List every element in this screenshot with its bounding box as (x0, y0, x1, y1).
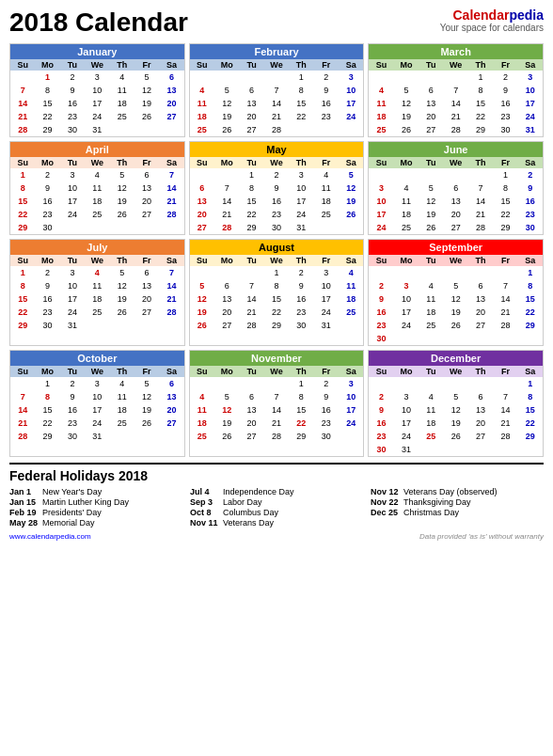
day-cell: 6 (134, 266, 159, 279)
day-cell: 30 (60, 430, 85, 443)
day-cell: 12 (339, 181, 363, 195)
day-cell: 28 (493, 430, 517, 443)
day-cell: 24 (394, 430, 419, 443)
logo-brand: Calendarpedia (453, 8, 545, 23)
day-cell: 8 (289, 84, 313, 97)
day-cell: 22 (10, 306, 35, 319)
days-grid-feb: 1234567891011121314151617181920212223242… (190, 71, 364, 136)
day-cell: 11 (85, 181, 109, 195)
day-header-su: Su (190, 366, 214, 377)
day-cell: 14 (264, 97, 289, 110)
day-cell: 8 (264, 279, 289, 292)
day-header-we: We (443, 255, 467, 266)
day-header-mo: Mo (394, 255, 419, 266)
day-cell: 11 (190, 97, 214, 110)
day-cell: 26 (190, 319, 214, 332)
day-cell: 20 (214, 306, 239, 319)
day-cell: 28 (468, 221, 493, 234)
day-cell: 23 (314, 110, 339, 123)
day-cell: 29 (518, 319, 543, 332)
day-header-sa: Sa (339, 59, 363, 71)
day-header-th: Th (468, 157, 493, 168)
day-cell: 1 (289, 377, 313, 390)
day-header-su: Su (10, 59, 35, 71)
day-cell: 26 (339, 208, 363, 221)
day-cell: 4 (190, 390, 214, 403)
day-cell: 9 (289, 279, 313, 292)
day-header-th: Th (289, 255, 313, 266)
day-cell: 16 (314, 403, 339, 417)
day-cell: 6 (190, 181, 214, 195)
day-cell: 4 (85, 168, 109, 181)
day-cell: 31 (518, 123, 543, 136)
day-cell: 9 (60, 84, 85, 97)
day-header-su: Su (190, 255, 214, 266)
day-cell: 24 (518, 110, 543, 123)
holidays-col-3: Nov 12Veterans Day (observed)Nov 22Thank… (371, 487, 544, 528)
day-headers-jan: SuMoTuWeThFrSa (10, 59, 184, 71)
day-cell: 11 (369, 97, 393, 110)
day-header-mo: Mo (214, 59, 239, 71)
day-cell: 1 (35, 71, 59, 84)
holiday-item: Oct 8Columbus Day (190, 508, 363, 517)
day-cell: 29 (10, 319, 35, 332)
day-cell: 20 (159, 403, 183, 417)
month-header-may: May (190, 142, 364, 157)
day-cell: 6 (419, 84, 443, 97)
empty-cell (190, 266, 214, 279)
day-header-fr: Fr (134, 59, 159, 71)
day-header-sa: Sa (339, 366, 363, 377)
day-cell: 11 (190, 403, 214, 417)
day-cell: 26 (134, 417, 159, 430)
day-cell: 22 (493, 208, 517, 221)
day-cell: 28 (159, 306, 183, 319)
day-cell: 7 (10, 84, 35, 97)
days-grid-apr: 1234567891011121314151617181920212223242… (10, 168, 184, 234)
day-cell: 24 (394, 319, 419, 332)
day-cell: 17 (60, 195, 85, 208)
day-cell: 13 (468, 292, 493, 306)
day-cell: 16 (369, 417, 393, 430)
month-feb: FebruarySuMoTuWeThFrSa123456789101112131… (189, 43, 365, 137)
day-cell: 26 (110, 306, 134, 319)
day-cell: 23 (60, 110, 85, 123)
day-header-su: Su (10, 255, 35, 266)
day-cell: 27 (443, 221, 467, 234)
day-cell: 19 (110, 292, 134, 306)
empty-cell (214, 266, 239, 279)
day-cell: 15 (35, 97, 59, 110)
day-cell: 4 (110, 377, 134, 390)
days-grid-dec: 1234567891011121314151617181920212223242… (369, 377, 543, 456)
day-cell: 7 (264, 390, 289, 403)
day-header-th: Th (289, 157, 313, 168)
footer-url[interactable]: www.calendarpedia.com (9, 532, 91, 541)
day-cell: 13 (239, 97, 263, 110)
day-cell: 20 (134, 292, 159, 306)
day-cell: 20 (443, 208, 467, 221)
day-cell: 27 (239, 123, 263, 136)
holiday-date: Feb 19 (9, 508, 40, 517)
day-header-tu: Tu (419, 157, 443, 168)
day-cell: 16 (369, 306, 393, 319)
day-cell: 27 (159, 110, 183, 123)
day-cell: 15 (518, 292, 543, 306)
day-header-we: We (85, 157, 109, 168)
day-header-fr: Fr (314, 157, 339, 168)
day-header-we: We (85, 366, 109, 377)
day-cell: 27 (468, 319, 493, 332)
day-cell: 10 (314, 279, 339, 292)
day-cell: 11 (110, 84, 134, 97)
day-cell: 3 (339, 71, 363, 84)
day-cell: 30 (493, 123, 517, 136)
day-header-th: Th (468, 366, 493, 377)
day-header-tu: Tu (419, 255, 443, 266)
day-cell: 15 (289, 97, 313, 110)
day-cell: 3 (394, 390, 419, 403)
day-header-fr: Fr (314, 59, 339, 71)
day-cell: 10 (289, 181, 313, 195)
logo-text: Calendarpedia Your space for calendars (440, 8, 544, 33)
day-cell: 15 (10, 292, 35, 306)
day-cell: 31 (85, 123, 109, 136)
day-cell: 6 (159, 71, 183, 84)
day-cell: 1 (239, 168, 263, 181)
